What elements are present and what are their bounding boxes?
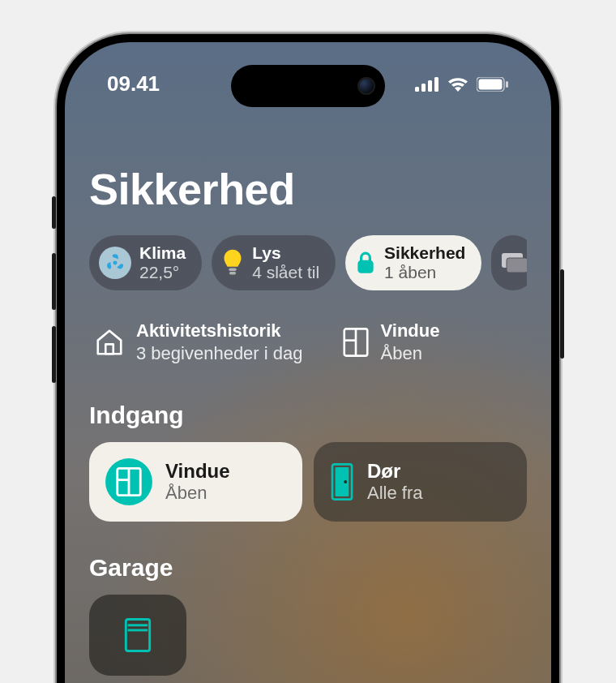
pill-value: 1 åben bbox=[384, 263, 465, 282]
info-value: 3 begivenheder i dag bbox=[136, 342, 303, 365]
svg-rect-13 bbox=[105, 344, 113, 354]
tile-garage[interactable] bbox=[89, 595, 186, 676]
info-label: Aktivitetshistorik bbox=[136, 320, 303, 342]
svg-point-7 bbox=[113, 261, 118, 265]
home-icon bbox=[94, 327, 125, 358]
pill-more[interactable] bbox=[491, 235, 527, 290]
svg-point-22 bbox=[344, 480, 347, 483]
svg-rect-0 bbox=[415, 87, 419, 92]
garage-door-icon bbox=[122, 617, 153, 653]
side-button bbox=[52, 196, 56, 229]
side-button bbox=[52, 326, 56, 383]
svg-rect-1 bbox=[421, 84, 426, 92]
lock-icon bbox=[355, 251, 376, 275]
tile-door[interactable]: Dør Alle fra bbox=[314, 442, 527, 522]
info-label: Vindue bbox=[381, 320, 440, 342]
info-window[interactable]: Vindue Åben bbox=[342, 320, 440, 364]
tile-label: Vindue bbox=[165, 460, 230, 483]
section-title-entry: Indgang bbox=[89, 402, 527, 429]
phone-frame: 09.41 bbox=[57, 34, 559, 683]
pill-value: 4 slået til bbox=[252, 263, 319, 282]
screen: 09.41 bbox=[65, 42, 551, 683]
svg-rect-12 bbox=[507, 258, 527, 273]
tile-value: Alle fra bbox=[367, 483, 422, 504]
svg-rect-5 bbox=[479, 79, 503, 89]
page-title: Sikkerhed bbox=[89, 164, 527, 214]
pill-label: Sikkerhed bbox=[384, 243, 465, 263]
pill-security[interactable]: Sikkerhed 1 åben bbox=[345, 235, 481, 290]
pill-value: 22,5° bbox=[139, 263, 186, 282]
pill-label: Lys bbox=[252, 243, 319, 263]
wifi-icon bbox=[447, 76, 468, 92]
door-icon bbox=[330, 462, 354, 501]
info-value: Åben bbox=[381, 342, 440, 365]
info-activity-history[interactable]: Aktivitetshistorik 3 begivenheder i dag bbox=[94, 320, 303, 364]
pill-label: Klima bbox=[139, 243, 186, 263]
svg-rect-23 bbox=[126, 620, 149, 651]
svg-rect-2 bbox=[428, 80, 432, 92]
lightbulb-icon bbox=[221, 248, 244, 277]
tile-label: Dør bbox=[367, 460, 422, 483]
battery-icon bbox=[477, 77, 509, 92]
window-icon bbox=[105, 458, 152, 505]
status-bar: 09.41 bbox=[65, 71, 551, 97]
svg-rect-8 bbox=[229, 268, 237, 272]
svg-rect-9 bbox=[229, 272, 236, 275]
tile-window[interactable]: Vindue Åben bbox=[89, 442, 302, 522]
cellular-icon bbox=[415, 77, 439, 92]
side-button bbox=[560, 269, 564, 359]
side-button bbox=[52, 253, 56, 310]
section-title-garage: Garage bbox=[89, 554, 527, 582]
svg-rect-6 bbox=[506, 81, 508, 88]
status-time: 09.41 bbox=[107, 71, 160, 97]
tv-icon bbox=[501, 251, 527, 274]
info-row: Aktivitetshistorik 3 begivenheder i dag … bbox=[89, 320, 527, 364]
window-icon bbox=[342, 327, 370, 358]
category-pill-row: Klima 22,5° Lys 4 slået til bbox=[89, 235, 527, 290]
svg-rect-3 bbox=[434, 77, 438, 92]
pill-lights[interactable]: Lys 4 slået til bbox=[212, 235, 336, 290]
pill-climate[interactable]: Klima 22,5° bbox=[89, 235, 202, 290]
tile-value: Åben bbox=[165, 483, 230, 504]
entry-tile-row: Vindue Åben Dør Alle fra bbox=[89, 442, 527, 522]
fan-icon bbox=[99, 247, 131, 279]
svg-rect-10 bbox=[357, 260, 373, 273]
